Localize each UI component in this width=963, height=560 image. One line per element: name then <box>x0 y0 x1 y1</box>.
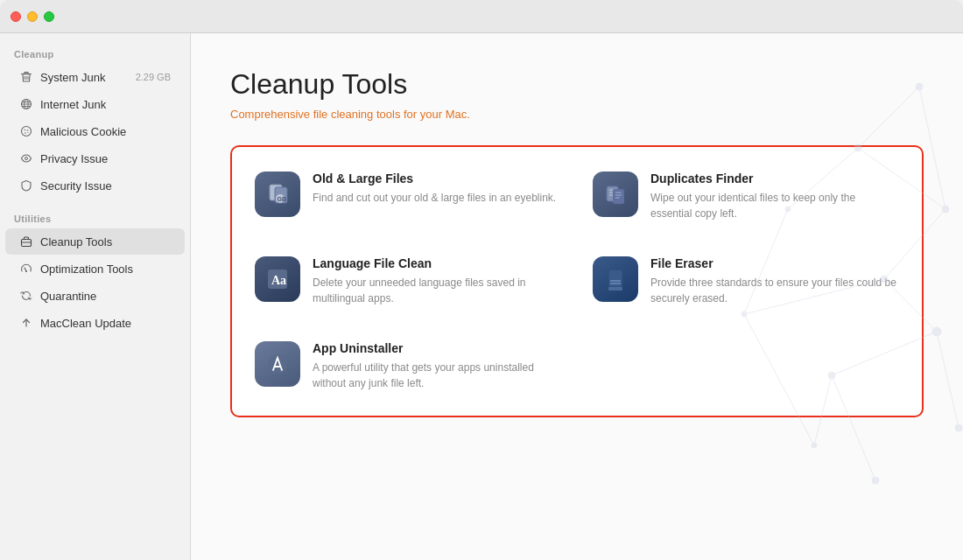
sidebar: Cleanup System Junk 2.29 GB <box>0 33 191 560</box>
cleanup-section-label: Cleanup <box>0 44 190 63</box>
svg-point-14 <box>942 206 949 213</box>
page-title: Cleanup Tools <box>230 68 924 101</box>
malicious-cookie-label: Malicious Cookie <box>40 125 171 138</box>
old-large-files-info: Old & Large Files Find and cut out your … <box>313 172 561 206</box>
system-junk-label: System Junk <box>40 71 129 84</box>
quarantine-label: Quarantine <box>40 290 171 303</box>
internet-junk-label: Internet Junk <box>40 98 171 111</box>
svg-rect-10 <box>22 240 32 247</box>
language-file-clean-icon: Aa <box>255 256 300 302</box>
gauge-icon <box>19 262 33 276</box>
language-file-clean-desc: Delete your unneeded language files save… <box>313 275 561 306</box>
svg-point-4 <box>22 127 32 136</box>
tool-card-app-uninstaller[interactable]: App Uninstaller A powerful utility that … <box>241 326 575 407</box>
app-uninstaller-name: App Uninstaller <box>313 341 561 355</box>
old-large-files-icon: GB <box>255 172 300 217</box>
tool-card-old-large-files[interactable]: GB Old & Large Files Find and cut out yo… <box>241 156 575 237</box>
page-subtitle: Comprehensive file cleaning tools for yo… <box>230 108 924 121</box>
privacy-issue-label: Privacy Issue <box>40 152 171 165</box>
sidebar-item-optimization-tools[interactable]: Optimization Tools <box>5 256 185 282</box>
tools-grid-container: GB Old & Large Files Find and cut out yo… <box>230 145 924 417</box>
sidebar-item-privacy-issue[interactable]: Privacy Issue <box>5 145 185 172</box>
language-file-clean-name: Language File Clean <box>313 256 561 270</box>
svg-point-5 <box>25 130 26 131</box>
old-large-files-desc: Find and cut out your old & large files … <box>313 190 561 206</box>
old-large-files-name: Old & Large Files <box>313 172 561 186</box>
sidebar-item-security-issue[interactable]: Security Issue <box>5 172 185 199</box>
svg-point-18 <box>955 424 962 431</box>
svg-point-19 <box>872 477 879 484</box>
app-uninstaller-desc: A powerful utility that gets your apps u… <box>313 360 561 391</box>
cookie-icon <box>19 124 33 138</box>
duplicates-finder-info: Duplicates Finder Wipe out your identica… <box>650 172 899 221</box>
file-eraser-info: File Eraser Provide three standards to e… <box>650 256 899 306</box>
file-eraser-icon <box>593 256 638 302</box>
duplicates-finder-desc: Wipe out your identical files to keep on… <box>650 190 899 221</box>
duplicates-finder-icon <box>593 172 638 217</box>
svg-rect-44 <box>613 189 624 204</box>
svg-text:GB: GB <box>278 196 287 202</box>
duplicates-finder-name: Duplicates Finder <box>650 172 899 186</box>
main-content: Cleanup Tools Comprehensive file cleanin… <box>191 33 963 560</box>
svg-point-7 <box>25 132 26 134</box>
svg-rect-52 <box>610 283 621 284</box>
system-junk-badge: 2.29 GB <box>136 72 171 82</box>
shield-icon <box>19 178 33 192</box>
tool-card-language-file-clean[interactable]: Aa Language File Clean Delete your unnee… <box>241 241 575 322</box>
svg-point-22 <box>812 443 817 448</box>
app-uninstaller-icon <box>255 341 300 387</box>
svg-rect-51 <box>610 280 621 282</box>
svg-point-9 <box>25 158 28 160</box>
sidebar-item-macclean-update[interactable]: MacClean Update <box>5 310 185 336</box>
svg-text:Aa: Aa <box>271 274 286 287</box>
tools-grid: GB Old & Large Files Find and cut out yo… <box>241 156 913 407</box>
utilities-section-label: Utilities <box>0 208 190 228</box>
svg-point-11 <box>25 270 27 272</box>
globe-icon <box>19 97 33 111</box>
sidebar-item-system-junk[interactable]: System Junk 2.29 GB <box>5 64 185 90</box>
briefcase-icon <box>19 234 33 248</box>
file-eraser-name: File Eraser <box>650 256 899 270</box>
sidebar-item-malicious-cookie[interactable]: Malicious Cookie <box>5 118 185 144</box>
svg-point-16 <box>932 327 941 336</box>
cleanup-tools-label: Cleanup Tools <box>40 235 171 248</box>
minimize-button[interactable] <box>27 11 38 22</box>
language-file-clean-info: Language File Clean Delete your unneeded… <box>313 256 561 306</box>
svg-line-31 <box>937 332 959 428</box>
close-button[interactable] <box>11 11 21 22</box>
tool-card-file-eraser[interactable]: File Eraser Provide three standards to e… <box>579 241 913 322</box>
svg-rect-53 <box>608 287 622 290</box>
trash-icon <box>19 70 33 84</box>
tool-card-duplicates-finder[interactable]: Duplicates Finder Wipe out your identica… <box>579 156 913 237</box>
svg-point-6 <box>27 130 29 131</box>
sidebar-item-cleanup-tools[interactable]: Cleanup Tools <box>5 228 185 255</box>
sidebar-item-internet-junk[interactable]: Internet Junk <box>5 91 185 117</box>
titlebar <box>0 0 963 33</box>
svg-point-8 <box>28 132 29 133</box>
security-issue-label: Security Issue <box>40 179 171 192</box>
app-body: Cleanup System Junk 2.29 GB <box>0 33 963 560</box>
file-eraser-desc: Provide three standards to ensure your f… <box>650 275 899 306</box>
refresh-icon <box>19 289 33 303</box>
app-uninstaller-info: App Uninstaller A powerful utility that … <box>313 341 561 391</box>
eye-icon <box>19 151 33 165</box>
svg-rect-1 <box>25 73 29 74</box>
sidebar-item-quarantine[interactable]: Quarantine <box>5 283 185 309</box>
optimization-tools-label: Optimization Tools <box>40 262 171 276</box>
traffic-lights <box>11 11 54 22</box>
macclean-update-label: MacClean Update <box>40 317 171 330</box>
maximize-button[interactable] <box>44 11 54 22</box>
arrow-up-icon <box>19 316 33 330</box>
